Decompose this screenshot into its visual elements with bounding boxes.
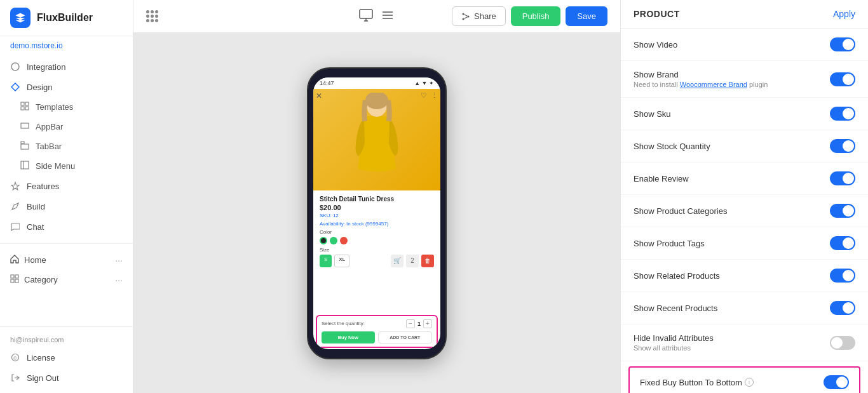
svg-point-0 (11, 63, 19, 70)
show-brand-toggle[interactable] (830, 72, 855, 86)
color-dot-red[interactable] (340, 237, 348, 244)
fixed-buy-toggle[interactable] (824, 375, 849, 389)
show-sku-toggle[interactable] (830, 107, 855, 121)
chat-label: Chat (27, 222, 44, 232)
qty-plus-button[interactable]: + (423, 319, 432, 328)
size-xl[interactable]: XL (334, 255, 349, 267)
svg-rect-6 (21, 123, 29, 128)
show-related-toggle[interactable] (830, 269, 855, 283)
integration-label: Integration (27, 62, 65, 72)
show-video-toggle[interactable] (830, 37, 855, 51)
toolbar-left (146, 10, 159, 23)
more-icon[interactable]: ⋮ (431, 91, 438, 100)
category-dots-icon[interactable]: ··· (115, 275, 123, 285)
page-items: Home ··· Category ··· (0, 246, 133, 293)
main-area: Share Publish Save 14:47 ▲ ▼ ✦ ✕ ♡ ⋮ (133, 0, 620, 393)
sidebar-item-design[interactable]: Design (0, 77, 133, 97)
sidebar-icon (20, 161, 29, 171)
qty-value: 1 (417, 321, 421, 327)
sidebar-item-sidemenu[interactable]: Side Menu (0, 156, 133, 176)
quantity-label: Select the quantity: (322, 321, 365, 326)
woocommerce-brand-link[interactable]: Woocommerce Brand (680, 81, 747, 88)
tabs-icon (20, 141, 29, 152)
sidebar-item-tabbar[interactable]: TabBar (0, 137, 133, 156)
sku-value: 12 (333, 213, 339, 218)
grid-icon (20, 102, 29, 112)
svg-rect-3 (25, 102, 29, 105)
brand-name: FluxBuilder (37, 12, 93, 23)
buy-now-button[interactable]: Buy Now (322, 331, 375, 343)
show-recent-toggle[interactable] (830, 301, 855, 315)
desktop-icon[interactable] (359, 8, 373, 24)
toggle-show-related: Show Related Products (621, 260, 868, 292)
share-button[interactable]: Share (452, 6, 506, 26)
home-dots-icon[interactable]: ··· (115, 255, 123, 265)
info-icon[interactable]: i (745, 378, 754, 387)
product-title: Stitch Detail Tunic Dress (320, 196, 434, 203)
diamond-icon (10, 82, 20, 92)
sidebar-bottom: hi@inspireui.com © License Sign Out (0, 326, 133, 393)
panel-title: PRODUCT (634, 9, 680, 19)
add-to-cart-button[interactable]: ADD TO CART (378, 331, 433, 343)
user-email: hi@inspireui.com (0, 332, 133, 347)
apply-button[interactable]: Apply (833, 9, 855, 19)
page-item-home[interactable]: Home ··· (0, 250, 133, 270)
color-dot-green[interactable] (330, 237, 337, 244)
svg-point-26 (463, 18, 465, 20)
hide-invalid-sublabel: Show all attributes (634, 344, 714, 352)
rect-icon (20, 121, 29, 132)
toggle-fixed-buy: Fixed Buy Button To Bottom i (628, 366, 860, 393)
close-icon[interactable]: ✕ (316, 91, 322, 100)
sidemenu-label: Side Menu (36, 161, 75, 171)
hide-invalid-toggle[interactable] (830, 336, 855, 350)
sidebar-item-features[interactable]: Features (0, 176, 133, 196)
phone-product-image: ✕ ♡ ⋮ (313, 89, 440, 190)
phone-product-details: Stitch Detail Tunic Dress $20.00 SKU: 12… (313, 190, 440, 272)
list-icon[interactable] (381, 8, 395, 24)
heart-icon[interactable]: ♡ (421, 91, 427, 100)
svg-point-25 (463, 13, 465, 15)
sidebar-item-templates[interactable]: Templates (0, 97, 133, 117)
sidebar-item-build[interactable]: Build (0, 196, 133, 216)
show-stock-label: Show Stock Quantity (634, 142, 710, 151)
show-stock-toggle[interactable] (830, 139, 855, 153)
qty-minus-button[interactable]: − (406, 319, 415, 328)
save-button[interactable]: Save (566, 6, 607, 26)
size-s[interactable]: S (320, 255, 332, 267)
enable-review-label: Enable Review (634, 174, 689, 183)
sidebar-item-appbar[interactable]: AppBar (0, 117, 133, 137)
trash-icon[interactable]: 🗑 (421, 255, 434, 267)
show-categories-toggle[interactable] (830, 204, 855, 218)
toolbar-right: Share Publish Save (452, 6, 607, 26)
toggle-enable-review: Enable Review (621, 163, 868, 195)
divider (0, 243, 133, 244)
signout-icon (10, 373, 20, 383)
color-label: Color (320, 229, 434, 235)
show-video-label: Show Video (634, 40, 677, 50)
color-dot-black[interactable] (320, 237, 327, 244)
toggle-show-sku: Show Sku (621, 98, 868, 130)
canvas-area: 14:47 ▲ ▼ ✦ ✕ ♡ ⋮ (133, 33, 620, 393)
sidebar-item-signout[interactable]: Sign Out (0, 368, 133, 388)
toggle-show-video: Show Video (621, 29, 868, 61)
publish-button[interactable]: Publish (511, 6, 561, 26)
badge-icon: 2 (406, 255, 419, 267)
size-options: S XL 🛒 2 🗑 (320, 255, 434, 267)
phone-status-bar: 14:47 ▲ ▼ ✦ (313, 77, 440, 89)
grid-menu-icon[interactable] (146, 10, 159, 23)
sidebar-item-chat[interactable]: Chat (0, 216, 133, 237)
toggle-hide-invalid: Hide Invalid Attributes Show all attribu… (621, 324, 868, 361)
phone-screen: 14:47 ▲ ▼ ✦ ✕ ♡ ⋮ (313, 77, 440, 349)
product-price: $20.00 (320, 204, 434, 211)
cart-icon[interactable]: 🛒 (391, 255, 403, 267)
svg-rect-15 (15, 279, 18, 283)
show-tags-toggle[interactable] (830, 236, 855, 250)
sidebar-item-license[interactable]: © License (0, 347, 133, 368)
page-item-category[interactable]: Category ··· (0, 270, 133, 290)
toggle-show-stock: Show Stock Quantity (621, 130, 868, 163)
sidebar-item-integration[interactable]: Integration (0, 57, 133, 77)
color-dots (320, 237, 434, 244)
enable-review-toggle[interactable] (830, 171, 855, 185)
svg-rect-14 (11, 279, 14, 283)
site-url[interactable]: demo.mstore.io (0, 36, 133, 53)
